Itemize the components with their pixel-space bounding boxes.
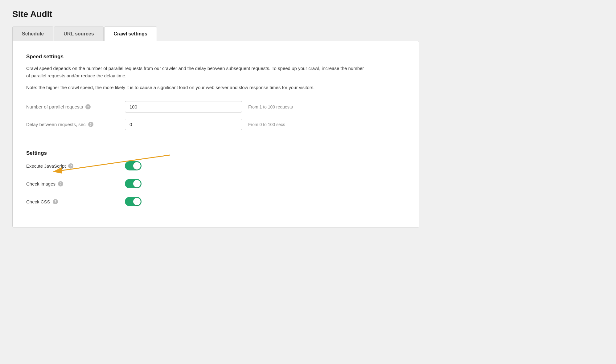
tab-url-sources[interactable]: URL sources xyxy=(54,27,103,41)
check-css-label: Check CSS ? xyxy=(26,199,125,204)
parallel-requests-hint: From 1 to 100 requests xyxy=(248,104,293,109)
tabs-bar: Schedule URL sources Crawl settings xyxy=(12,27,419,41)
content-panel: Speed settings Crawl speed depends on th… xyxy=(12,41,419,227)
parallel-requests-label: Number of parallel requests ? xyxy=(26,104,125,109)
parallel-requests-input[interactable] xyxy=(125,101,242,112)
speed-settings-note: Note: the higher the crawl speed, the mo… xyxy=(26,84,396,91)
check-images-row: Check images ? xyxy=(26,179,405,188)
execute-javascript-row: Execute JavaScript ? xyxy=(26,161,405,170)
check-images-help-icon[interactable]: ? xyxy=(58,181,63,186)
execute-javascript-label: Execute JavaScript ? xyxy=(26,163,125,169)
settings-title: Settings xyxy=(26,150,405,156)
speed-settings-description: Crawl speed depends on the number of par… xyxy=(26,65,365,80)
execute-javascript-help-icon[interactable]: ? xyxy=(68,163,73,169)
tab-crawl-settings[interactable]: Crawl settings xyxy=(104,27,157,41)
delay-requests-row: Delay between requests, sec ? From 0 to … xyxy=(26,119,405,130)
check-css-row: Check CSS ? xyxy=(26,197,405,206)
speed-settings-section: Speed settings Crawl speed depends on th… xyxy=(26,54,405,130)
delay-requests-hint: From 0 to 100 secs xyxy=(248,122,285,127)
parallel-requests-help-icon[interactable]: ? xyxy=(85,104,91,109)
delay-requests-help-icon[interactable]: ? xyxy=(88,122,93,127)
execute-javascript-toggle[interactable] xyxy=(125,161,142,170)
check-css-toggle[interactable] xyxy=(125,197,142,206)
page-title: Site Audit xyxy=(12,9,419,19)
check-images-toggle[interactable] xyxy=(125,179,142,188)
parallel-requests-row: Number of parallel requests ? From 1 to … xyxy=(26,101,405,112)
section-divider xyxy=(26,140,405,140)
speed-settings-title: Speed settings xyxy=(26,54,405,60)
settings-section: Settings Execute JavaScript ? xyxy=(26,150,405,206)
check-css-help-icon[interactable]: ? xyxy=(53,199,58,204)
check-images-label: Check images ? xyxy=(26,181,125,186)
delay-requests-input[interactable] xyxy=(125,119,242,130)
tab-schedule[interactable]: Schedule xyxy=(12,27,53,41)
delay-requests-label: Delay between requests, sec ? xyxy=(26,122,125,127)
